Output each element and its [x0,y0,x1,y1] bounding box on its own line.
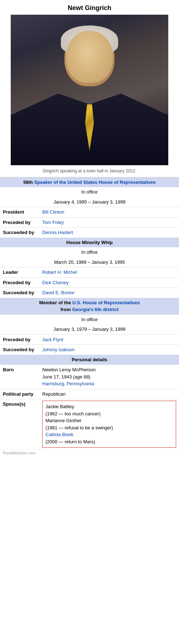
georgia-district-link[interactable]: Georgia's 6th district [72,307,118,312]
member-preceded-row: Preceded by Jack Flynt [0,334,179,345]
speaker-succeeded-row: Succeeded by Dennis Hastert [0,228,179,238]
whip-dates: March 20, 1989 – January 3, 1995 [0,257,179,267]
speaker-preceded-label: Preceded by [0,217,39,228]
whip-succeeded-value: David E. Bonior [39,288,179,298]
personal-header-row: Personal details [0,355,179,365]
party-value: Republican [39,389,179,399]
harrisburg-link[interactable]: Harrisburg, Pennsylvania [42,381,94,386]
spouse-box: Jackie Battley (1962 — too much cancer) … [42,401,176,448]
member-dates-row: January 3, 1979 – January 3, 1999 [0,324,179,334]
speaker-title-link[interactable]: Speaker of the United States House of Re… [34,180,156,185]
jack-flynt-link[interactable]: Jack Flynt [42,337,63,342]
member-preceded-value: Jack Flynt [39,334,179,345]
born-name: Newton Leroy McPherson [42,367,96,372]
member-header-row: Member of the U.S. House of Representati… [0,298,179,315]
party-row: Political party Republican [0,389,179,399]
person-photo [11,15,168,165]
whip-in-office-label-row: In office [0,247,179,257]
whip-leader-row: Leader Robert H. Michel [0,267,179,278]
spouses-value: Jackie Battley (1962 — too much cancer) … [39,399,179,449]
party-label: Political party [0,389,39,399]
speaker-preceded-value: Tom Foley [39,217,179,228]
photo-container [0,15,179,165]
personal-header: Personal details [0,355,179,365]
speaker-succeeded-value: Dennis Hastert [39,228,179,238]
whip-succeeded-row: Succeeded by David E. Bonior [0,288,179,298]
member-dates: January 3, 1979 – January 3, 1999 [0,324,179,334]
born-label: Born [0,365,39,389]
tom-foley-link[interactable]: Tom Foley [42,220,64,225]
whip-preceded-label: Preceded by [0,277,39,288]
dick-cheney-link[interactable]: Dick Cheney [42,280,69,285]
spouse-2-name: Marianne Ginther [45,418,81,423]
whip-header: House Minority Whip [0,238,179,248]
whip-succeeded-label: Succeeded by [0,288,39,298]
speaker-president-row: President Bill Clinton [0,207,179,218]
member-succeeded-row: Succeeded by Johnny Isakson [0,345,179,355]
member-preceded-label: Preceded by [0,334,39,345]
whip-preceded-row: Preceded by Dick Cheney [0,277,179,288]
speaker-header-row: 58th Speaker of the United States House … [0,177,179,187]
page-wrapper: Newt Gingrich Gingrich speaking at a tow… [0,0,179,457]
speaker-header: 58th Speaker of the United States House … [0,177,179,187]
infobox: 58th Speaker of the United States House … [0,177,179,449]
member-in-office-label-row: In office [0,315,179,325]
david-bonior-link[interactable]: David E. Bonior [42,290,74,295]
speaker-ordinal: 58th [23,180,34,185]
speaker-president-label: President [0,207,39,218]
callista-bisek-link[interactable]: Callista Bisek [45,432,73,437]
speaker-in-office-label-row: In office [0,187,179,197]
speaker-president-value: Bill Clinton [39,207,179,218]
robert-michel-link[interactable]: Robert H. Michel [42,269,77,275]
person-title: Newt Gingrich [0,0,179,15]
member-succeeded-value: Johnny Isakson [39,345,179,355]
whip-leader-value: Robert H. Michel [39,267,179,278]
born-value: Newton Leroy McPherson June 17, 1943 (ag… [39,365,179,389]
born-row: Born Newton Leroy McPherson June 17, 194… [0,365,179,389]
spouse-3-dates: (2000 — return to Mars) [45,439,95,444]
spouse-1-dates: (1962 — too much cancer) [45,411,101,416]
watermark: PunditKitchen.com [0,449,179,457]
photo-caption: Gingrich speaking at a town hall in Janu… [0,165,179,177]
spouse-2-dates: (1981 — refusal to be a swinger) [45,425,113,430]
member-succeeded-label: Succeeded by [0,345,39,355]
born-date: June 17, 1943 (age 68) [42,374,90,380]
member-in-office-label: In office [0,315,179,325]
speaker-succeeded-label: Succeeded by [0,228,39,238]
spouse-1-name: Jackie Battley [45,404,74,409]
johnny-isakson-link[interactable]: Johnny Isakson [42,347,74,352]
whip-header-row: House Minority Whip [0,238,179,248]
spouses-label: Spouse(s) [0,399,39,449]
dennis-hastert-link[interactable]: Dennis Hastert [42,230,73,235]
whip-in-office-label: In office [0,247,179,257]
speaker-dates: January 4, 1995 – January 3, 1999 [0,197,179,207]
whip-leader-label: Leader [0,267,39,278]
us-house-link[interactable]: U.S. House of Representatives [72,300,140,305]
speaker-in-office-label: In office [0,187,179,197]
spouses-row: Spouse(s) Jackie Battley (1962 — too muc… [0,399,179,449]
bill-clinton-link[interactable]: Bill Clinton [42,209,64,215]
member-header: Member of the U.S. House of Representati… [0,298,179,315]
whip-dates-row: March 20, 1989 – January 3, 1995 [0,257,179,267]
speaker-dates-row: January 4, 1995 – January 3, 1999 [0,197,179,207]
whip-preceded-value: Dick Cheney [39,277,179,288]
speaker-preceded-row: Preceded by Tom Foley [0,217,179,228]
